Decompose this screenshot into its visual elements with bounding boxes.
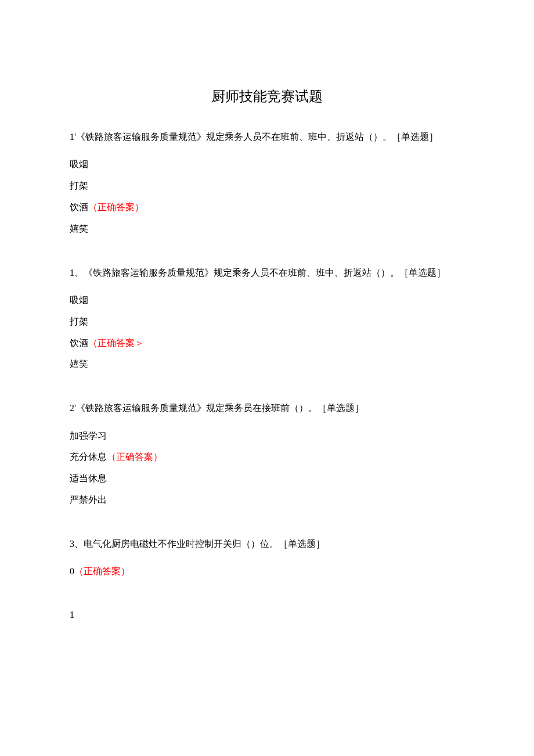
correct-marker: （正确答案＞ bbox=[88, 338, 144, 348]
trailing-option: 1 bbox=[70, 604, 464, 626]
question-body: 《铁路旅客运输服务质量规范》规定乘务人员不在班前、班中、折返站（）。［单选题］ bbox=[84, 268, 446, 278]
question-body: 《铁路旅客运输服务质量规范》规定乘务人员不在班前、班中、折返站（）。［单选题］ bbox=[76, 132, 438, 142]
question-text: 3、电气化厨房电磁灶不作业时控制开关归（）位。［单选题］ bbox=[70, 533, 464, 555]
correct-marker: （正确答案） bbox=[74, 566, 130, 576]
correct-marker: （正确答案） bbox=[107, 452, 163, 462]
option-a: 吸烟 bbox=[70, 290, 464, 311]
question-number: 1' bbox=[70, 132, 76, 142]
question-number: 1、 bbox=[70, 268, 84, 278]
option-d: 严禁外出 bbox=[70, 489, 464, 511]
option-b: 充分休息（正确答案） bbox=[70, 447, 464, 468]
question-body: 《铁路旅客运输服务质量规范》规定乘务员在接班前（）。［单选题］ bbox=[76, 403, 364, 413]
question-text: 1、《铁路旅客运输服务质量规范》规定乘务人员不在班前、班中、折返站（）。［单选题… bbox=[70, 262, 464, 284]
document-title: 厨师技能竞赛试题 bbox=[70, 87, 464, 106]
option-c: 饮酒（正确答案） bbox=[70, 197, 464, 218]
question-text: 1'《铁路旅客运输服务质量规范》规定乘务人员不在班前、班中、折返站（）。［单选题… bbox=[70, 126, 464, 148]
option-a: 0（正确答案） bbox=[70, 561, 464, 582]
correct-marker: （正确答案） bbox=[88, 202, 144, 212]
question-body: 电气化厨房电磁灶不作业时控制开关归（）位。［单选题］ bbox=[84, 539, 325, 549]
option-a: 加强学习 bbox=[70, 426, 464, 447]
option-c: 饮酒（正确答案＞ bbox=[70, 333, 464, 354]
option-c: 适当休息 bbox=[70, 468, 464, 489]
question-1-prime: 1'《铁路旅客运输服务质量规范》规定乘务人员不在班前、班中、折返站（）。［单选题… bbox=[70, 126, 464, 240]
question-text: 2'《铁路旅客运输服务质量规范》规定乘务员在接班前（）。［单选题］ bbox=[70, 397, 464, 419]
option-d: 嬉笑 bbox=[70, 218, 464, 240]
option-a: 吸烟 bbox=[70, 154, 464, 175]
option-d: 嬉笑 bbox=[70, 354, 464, 375]
option-b: 打架 bbox=[70, 311, 464, 333]
question-3: 3、电气化厨房电磁灶不作业时控制开关归（）位。［单选题］ 0（正确答案） bbox=[70, 533, 464, 582]
question-number: 2' bbox=[70, 403, 76, 413]
option-b: 打架 bbox=[70, 175, 464, 197]
question-1: 1、《铁路旅客运输服务质量规范》规定乘务人员不在班前、班中、折返站（）。［单选题… bbox=[70, 262, 464, 376]
question-2-prime: 2'《铁路旅客运输服务质量规范》规定乘务员在接班前（）。［单选题］ 加强学习 充… bbox=[70, 397, 464, 511]
question-number: 3、 bbox=[70, 539, 84, 549]
